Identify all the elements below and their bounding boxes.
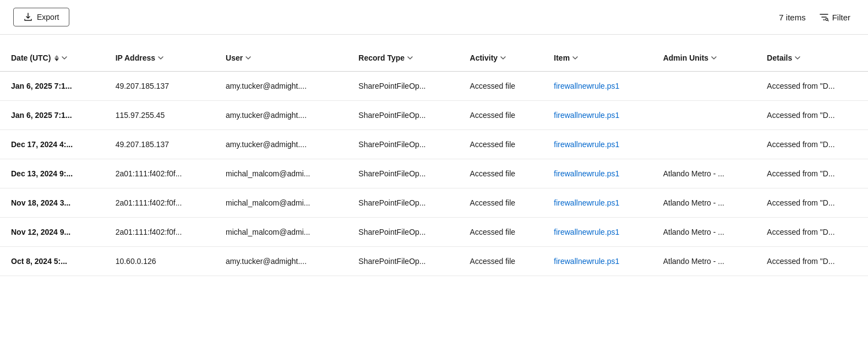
- cell-activity: Accessed file: [459, 159, 543, 188]
- cell-admin_units: Atlando Metro - ...: [652, 188, 756, 218]
- cell-activity: Accessed file: [459, 188, 543, 218]
- col-details-label: Details: [767, 53, 792, 62]
- cell-user: amy.tucker@admight....: [215, 101, 347, 130]
- cell-date: Nov 12, 2024 9...: [0, 218, 105, 247]
- table-row[interactable]: Dec 17, 2024 4:...49.207.185.137amy.tuck…: [0, 130, 868, 159]
- items-count: 7 items: [779, 13, 805, 22]
- cell-details: Accessed from "D...: [756, 247, 868, 276]
- cell-item[interactable]: firewallnewrule.ps1: [543, 130, 652, 159]
- cell-date: Dec 17, 2024 4:...: [0, 130, 105, 159]
- toolbar-right: 7 items Filter: [779, 9, 855, 25]
- col-header-user[interactable]: User: [215, 45, 347, 72]
- col-header-date[interactable]: Date (UTC): [0, 45, 105, 72]
- table-header-row: Date (UTC) IP Address: [0, 45, 868, 72]
- col-ip-label: IP Address: [116, 53, 155, 62]
- cell-ip_address: 2a01:111:f402:f0f...: [105, 188, 215, 218]
- chevron-down-icon: [245, 55, 252, 61]
- export-button[interactable]: Export: [13, 8, 69, 26]
- table-row[interactable]: Nov 12, 2024 9...2a01:111:f402:f0f...mic…: [0, 218, 868, 247]
- col-header-activity[interactable]: Activity: [459, 45, 543, 72]
- table-row[interactable]: Nov 18, 2024 3...2a01:111:f402:f0f...mic…: [0, 188, 868, 218]
- cell-record_type: SharePointFileOp...: [347, 101, 458, 130]
- cell-details: Accessed from "D...: [756, 130, 868, 159]
- cell-item[interactable]: firewallnewrule.ps1: [543, 159, 652, 188]
- cell-record_type: SharePointFileOp...: [347, 188, 458, 218]
- cell-item[interactable]: firewallnewrule.ps1: [543, 101, 652, 130]
- cell-item[interactable]: firewallnewrule.ps1: [543, 218, 652, 247]
- filter-button[interactable]: Filter: [815, 9, 855, 25]
- cell-activity: Accessed file: [459, 247, 543, 276]
- cell-activity: Accessed file: [459, 72, 543, 101]
- col-date-label: Date (UTC): [11, 53, 51, 62]
- cell-ip_address: 115.97.255.45: [105, 101, 215, 130]
- col-header-ip[interactable]: IP Address: [105, 45, 215, 72]
- cell-details: Accessed from "D...: [756, 159, 868, 188]
- cell-date: Dec 13, 2024 9:...: [0, 159, 105, 188]
- chevron-down-icon: [711, 55, 717, 61]
- cell-record_type: SharePointFileOp...: [347, 247, 458, 276]
- cell-activity: Accessed file: [459, 218, 543, 247]
- cell-item[interactable]: firewallnewrule.ps1: [543, 188, 652, 218]
- cell-details: Accessed from "D...: [756, 188, 868, 218]
- col-header-record-type[interactable]: Record Type: [347, 45, 458, 72]
- cell-item[interactable]: firewallnewrule.ps1: [543, 72, 652, 101]
- cell-user: amy.tucker@admight....: [215, 247, 347, 276]
- cell-details: Accessed from "D...: [756, 101, 868, 130]
- cell-item[interactable]: firewallnewrule.ps1: [543, 247, 652, 276]
- cell-date: Oct 8, 2024 5:...: [0, 247, 105, 276]
- cell-user: michal_malcom@admi...: [215, 159, 347, 188]
- cell-record_type: SharePointFileOp...: [347, 130, 458, 159]
- filter-icon: [819, 12, 829, 22]
- filter-label: Filter: [832, 13, 850, 22]
- export-label: Export: [37, 13, 59, 21]
- cell-date: Jan 6, 2025 7:1...: [0, 72, 105, 101]
- cell-admin_units: [652, 101, 756, 130]
- table-container: Date (UTC) IP Address: [0, 35, 868, 276]
- toolbar: Export 7 items Filter: [0, 0, 868, 35]
- col-user-label: User: [226, 53, 243, 62]
- table-row[interactable]: Jan 6, 2025 7:1...49.207.185.137amy.tuck…: [0, 72, 868, 101]
- export-icon: [24, 13, 32, 21]
- col-item-label: Item: [554, 53, 570, 62]
- cell-details: Accessed from "D...: [756, 72, 868, 101]
- chevron-down-icon: [407, 55, 413, 61]
- cell-user: michal_malcom@admi...: [215, 218, 347, 247]
- cell-admin_units: Atlando Metro - ...: [652, 218, 756, 247]
- table-row[interactable]: Jan 6, 2025 7:1...115.97.255.45amy.tucke…: [0, 101, 868, 130]
- table-row[interactable]: Dec 13, 2024 9:...2a01:111:f402:f0f...mi…: [0, 159, 868, 188]
- svg-line-1: [827, 20, 828, 21]
- chevron-down-icon: [794, 55, 801, 61]
- chevron-down-icon: [500, 55, 506, 61]
- cell-admin_units: [652, 72, 756, 101]
- table-row[interactable]: Oct 8, 2024 5:...10.60.0.126amy.tucker@a…: [0, 247, 868, 276]
- cell-date: Jan 6, 2025 7:1...: [0, 101, 105, 130]
- chevron-down-icon: [157, 55, 164, 61]
- chevron-down-icon: [61, 55, 68, 61]
- col-header-admin-units[interactable]: Admin Units: [652, 45, 756, 72]
- cell-admin_units: [652, 130, 756, 159]
- cell-activity: Accessed file: [459, 130, 543, 159]
- cell-record_type: SharePointFileOp...: [347, 218, 458, 247]
- cell-ip_address: 2a01:111:f402:f0f...: [105, 218, 215, 247]
- cell-user: michal_malcom@admi...: [215, 188, 347, 218]
- cell-user: amy.tucker@admight....: [215, 72, 347, 101]
- cell-user: amy.tucker@admight....: [215, 130, 347, 159]
- cell-record_type: SharePointFileOp...: [347, 72, 458, 101]
- col-activity-label: Activity: [470, 53, 498, 62]
- cell-details: Accessed from "D...: [756, 218, 868, 247]
- cell-record_type: SharePointFileOp...: [347, 159, 458, 188]
- col-header-details[interactable]: Details: [756, 45, 868, 72]
- chevron-down-icon: [572, 55, 578, 61]
- cell-admin_units: Atlando Metro - ...: [652, 247, 756, 276]
- cell-ip_address: 49.207.185.137: [105, 130, 215, 159]
- cell-ip_address: 49.207.185.137: [105, 72, 215, 101]
- col-admin-units-label: Admin Units: [663, 53, 708, 62]
- audit-table: Date (UTC) IP Address: [0, 45, 868, 276]
- col-record-type-label: Record Type: [358, 53, 405, 62]
- cell-admin_units: Atlando Metro - ...: [652, 159, 756, 188]
- date-sort-icon: [54, 55, 59, 61]
- cell-date: Nov 18, 2024 3...: [0, 188, 105, 218]
- cell-ip_address: 10.60.0.126: [105, 247, 215, 276]
- cell-activity: Accessed file: [459, 101, 543, 130]
- col-header-item[interactable]: Item: [543, 45, 652, 72]
